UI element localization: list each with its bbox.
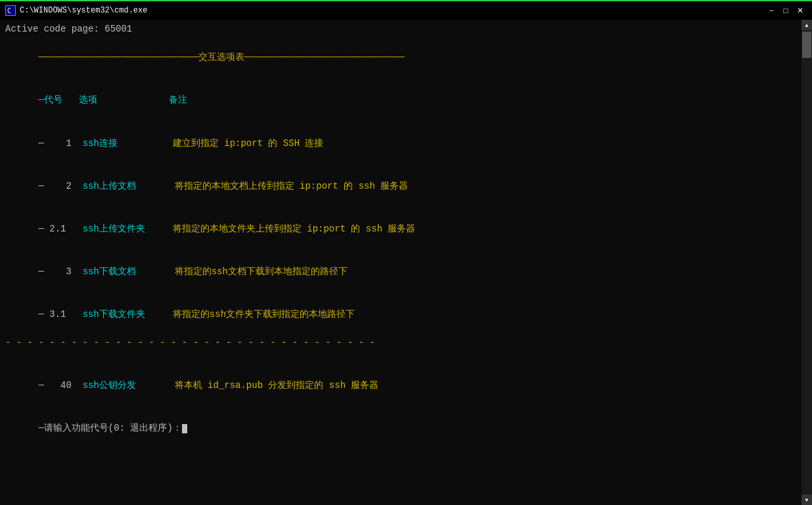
minimize-button[interactable]: − <box>765 4 778 17</box>
titlebar: C C:\WINDOWS\system32\cmd.exe − □ ✕ <box>0 0 812 20</box>
row2-option: ssh上传文档 <box>83 181 175 191</box>
restore-button[interactable]: □ <box>779 4 792 17</box>
svg-text:C: C <box>7 7 11 14</box>
table-row: ─ 2.1 ssh上传文件夹 将指定的本地文件夹上传到指定 ip:port 的 … <box>5 208 796 251</box>
close-button[interactable]: ✕ <box>794 4 807 17</box>
scrollbar-thumb[interactable] <box>802 32 811 58</box>
row1-desc: 建立到指定 ip:port 的 SSH 连接 <box>173 138 324 149</box>
prompt-text: ─请输入功能代号(0: 退出程序)： <box>38 423 181 433</box>
row2-code: ─ 2 <box>38 181 82 191</box>
window-title: C:\WINDOWS\system32\cmd.exe <box>20 6 147 15</box>
row3-desc: 将指定的ssh文档下载到本地指定的路径下 <box>175 266 348 277</box>
row21-code: ─ 2.1 <box>38 224 82 234</box>
scrollbar-down-button[interactable]: ▼ <box>801 494 812 505</box>
row21-desc: 将指定的本地文件夹上传到指定 ip:port 的 ssh 服务器 <box>173 224 416 234</box>
header-row: ─代号 选项 备注 <box>5 80 796 122</box>
main-area: Active code page: 65001 ────────────────… <box>0 20 812 505</box>
row40-code: ─ 40 <box>38 380 82 391</box>
row1-code: ─ 1 <box>38 138 82 149</box>
window-controls: − □ ✕ <box>765 4 807 17</box>
row1-option: ssh连接 <box>83 138 173 149</box>
header-text: ─代号 选项 备注 <box>38 95 187 105</box>
menu-title-line: ─────────────────────────────交互选项表──────… <box>5 37 796 80</box>
cmd-icon: C <box>5 5 16 16</box>
table-row: ─ 3 ssh下载文档 将指定的ssh文档下载到本地指定的路径下 <box>5 251 796 293</box>
row3-option: ssh下载文档 <box>83 266 175 277</box>
terminal[interactable]: Active code page: 65001 ────────────────… <box>0 20 801 505</box>
table-row: ─ 2 ssh上传文档 将指定的本地文档上传到指定 ip:port 的 ssh … <box>5 165 796 208</box>
row40-option: ssh公钥分发 <box>83 380 175 391</box>
active-code-line: Active code page: 65001 <box>5 22 796 37</box>
row31-desc: 将指定的ssh文件夹下载到指定的本地路径下 <box>173 309 355 320</box>
scrollbar[interactable]: ▲ ▼ <box>801 20 812 505</box>
blank-line <box>5 350 796 365</box>
table-row: ─ 1 ssh连接 建立到指定 ip:port 的 SSH 连接 <box>5 122 796 165</box>
row3-code: ─ 3 <box>38 266 82 277</box>
table-row: ─ 3.1 ssh下载文件夹 将指定的ssh文件夹下载到指定的本地路径下 <box>5 293 796 336</box>
separator-line: - - - - - - - - - - - - - - - - - - - - … <box>5 336 796 350</box>
row40-desc: 将本机 id_rsa.pub 分发到指定的 ssh 服务器 <box>175 380 379 391</box>
row21-option: ssh上传文件夹 <box>83 224 173 234</box>
prompt-line: ─请输入功能代号(0: 退出程序)： <box>5 408 796 450</box>
cursor <box>182 424 187 433</box>
row31-option: ssh下载文件夹 <box>83 309 173 320</box>
titlebar-left: C C:\WINDOWS\system32\cmd.exe <box>5 5 147 16</box>
table-row: ─ 40 ssh公钥分发 将本机 id_rsa.pub 分发到指定的 ssh 服… <box>5 365 796 408</box>
row31-code: ─ 3.1 <box>38 309 82 320</box>
row2-desc: 将指定的本地文档上传到指定 ip:port 的 ssh 服务器 <box>175 181 409 191</box>
scrollbar-up-button[interactable]: ▲ <box>801 20 812 30</box>
menu-title-text: ─────────────────────────────交互选项表──────… <box>38 52 404 62</box>
